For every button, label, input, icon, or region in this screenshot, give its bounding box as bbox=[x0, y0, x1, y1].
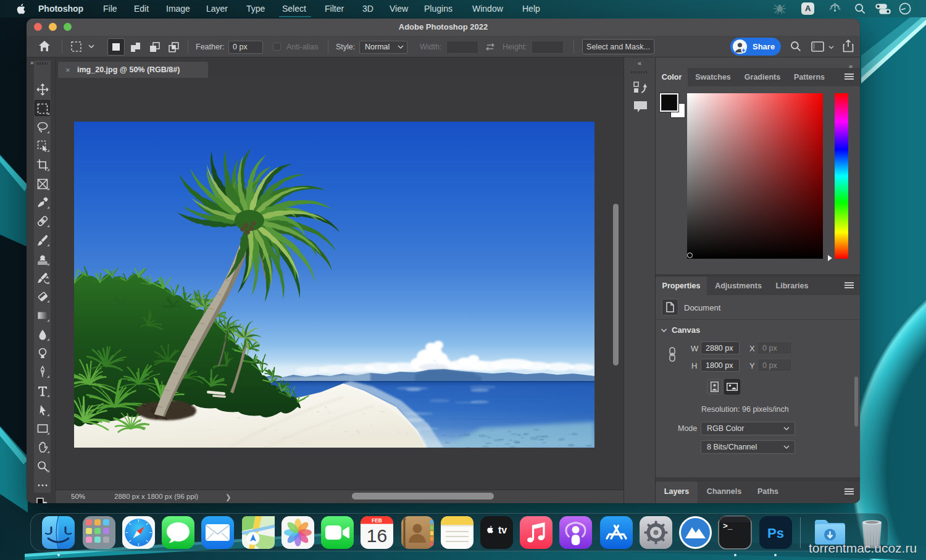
svg-text:tv: tv bbox=[498, 525, 507, 535]
svg-text:Ps: Ps bbox=[767, 525, 784, 541]
svg-text:16: 16 bbox=[367, 525, 387, 546]
svg-text:>_: >_ bbox=[723, 522, 733, 531]
svg-text:FEB: FEB bbox=[372, 517, 382, 524]
